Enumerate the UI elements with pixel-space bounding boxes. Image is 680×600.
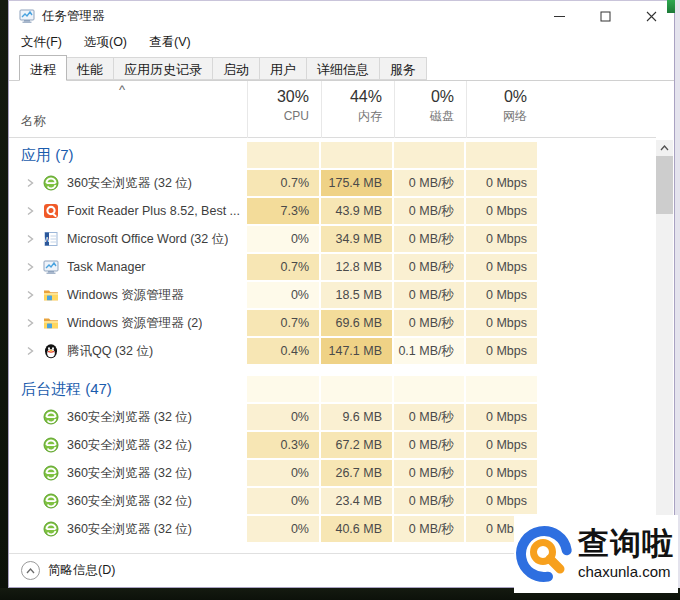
process-row[interactable]: WMicrosoft Office Word (32 位)0%34.9 MB0 …	[9, 225, 656, 253]
name-cell: 360安全浏览器 (32 位)	[9, 403, 245, 431]
menu-item-view[interactable]: 查看(V)	[149, 34, 191, 51]
process-row[interactable]: 360安全浏览器 (32 位)0%23.4 MB0 MB/秒0 Mbps	[9, 487, 656, 515]
group-label: 后台进程 (47)	[21, 380, 112, 399]
cpu-cell: 0.4%	[247, 338, 319, 364]
expand-chevron-icon[interactable]	[23, 344, 37, 358]
disk-cell: 0 MB/秒	[394, 198, 464, 224]
tab-processes[interactable]: 进程	[19, 55, 67, 81]
menu-item-options[interactable]: 选项(O)	[84, 34, 127, 51]
qq-icon	[43, 343, 59, 359]
mem-cell: 34.9 MB	[321, 226, 392, 252]
title-bar[interactable]: 任务管理器	[9, 1, 674, 31]
desktop-background-right	[675, 0, 680, 588]
group-header-row[interactable]: 后台进程 (47)	[9, 375, 656, 403]
minimize-button[interactable]	[536, 1, 582, 31]
tab-users[interactable]: 用户	[260, 57, 307, 80]
process-row[interactable]: Windows 资源管理器0%18.5 MB0 MB/秒0 Mbps	[9, 281, 656, 309]
net-cell: 0 Mbps	[466, 460, 537, 486]
name-cell: Windows 资源管理器 (2)	[9, 309, 245, 337]
name-cell: 360安全浏览器 (32 位)	[9, 169, 245, 197]
tab-app-history[interactable]: 应用历史记录	[114, 57, 213, 80]
process-row[interactable]: Foxit Reader Plus 8.52, Best ...7.3%43.9…	[9, 197, 656, 225]
disk-cell	[394, 376, 464, 402]
expand-chevron-icon[interactable]	[23, 316, 37, 330]
process-row[interactable]: Task Manager0.7%12.8 MB0 MB/秒0 Mbps	[9, 253, 656, 281]
tab-bar: 进程性能应用历史记录启动用户详细信息服务	[9, 53, 674, 81]
process-name: 360安全浏览器 (32 位)	[67, 437, 192, 454]
name-cell: 后台进程 (47)	[9, 375, 245, 403]
group-header-row[interactable]: 应用 (7)	[9, 141, 656, 169]
net-cell: 0 Mbps	[466, 170, 537, 196]
column-header-cpu[interactable]: 30%CPU	[247, 81, 319, 138]
disk-cell: 0 MB/秒	[394, 516, 464, 542]
process-row[interactable]: 360安全浏览器 (32 位)0.7%175.4 MB0 MB/秒0 Mbps	[9, 169, 656, 197]
column-header-disk[interactable]: 0%磁盘	[394, 81, 464, 138]
disk-cell: 0 MB/秒	[394, 254, 464, 280]
browser360-icon	[43, 175, 59, 191]
name-cell: 360安全浏览器 (32 位)	[9, 431, 245, 459]
mem-cell: 175.4 MB	[321, 170, 392, 196]
process-name: Task Manager	[67, 260, 146, 274]
name-cell: Task Manager	[9, 253, 245, 281]
cpu-cell: 0%	[247, 226, 319, 252]
cpu-cell: 0.7%	[247, 170, 319, 196]
process-name: 360安全浏览器 (32 位)	[67, 409, 192, 426]
mem-cell: 23.4 MB	[321, 488, 392, 514]
cpu-total-percent: 30%	[248, 86, 309, 108]
taskmgr-icon	[43, 259, 59, 275]
process-name: Windows 资源管理器	[67, 287, 184, 304]
process-row[interactable]: 360安全浏览器 (32 位)0%26.7 MB0 MB/秒0 Mbps	[9, 459, 656, 487]
tab-services[interactable]: 服务	[380, 57, 427, 80]
fewer-details-label[interactable]: 简略信息(D)	[48, 562, 115, 579]
net-cell: 0 Mbps	[466, 198, 537, 224]
maximize-button[interactable]	[582, 1, 628, 31]
expand-chevron-icon[interactable]	[23, 260, 37, 274]
network-column-label: 网络	[467, 108, 527, 124]
process-row[interactable]: 360安全浏览器 (32 位)0.3%67.2 MB0 MB/秒0 Mbps	[9, 431, 656, 459]
tab-performance[interactable]: 性能	[67, 57, 114, 80]
watermark-domain: chaxunla.com	[578, 562, 674, 582]
disk-column-label: 磁盘	[395, 108, 454, 124]
net-cell: 0 Mbps	[466, 310, 537, 336]
browser360-icon	[43, 493, 59, 509]
menu-item-file[interactable]: 文件(F)	[21, 34, 62, 51]
task-manager-icon	[19, 8, 35, 24]
disk-total-percent: 0%	[395, 86, 454, 108]
expand-chevron-icon[interactable]	[23, 232, 37, 246]
mem-cell: 147.1 MB	[321, 338, 392, 364]
process-name: 360安全浏览器 (32 位)	[67, 521, 192, 538]
expand-chevron-icon[interactable]	[23, 288, 37, 302]
net-cell: 0 Mbps	[466, 432, 537, 458]
browser360-icon	[43, 521, 59, 537]
expand-chevron-icon[interactable]	[23, 204, 37, 218]
browser360-icon	[43, 409, 59, 425]
memory-column-label: 内存	[322, 108, 382, 124]
desktop-background-left	[0, 0, 8, 600]
disk-cell: 0 MB/秒	[394, 460, 464, 486]
cpu-cell	[247, 142, 319, 168]
net-cell: 0 Mbps	[466, 254, 537, 280]
watermark: 查询啦 chaxunla.com	[514, 515, 678, 593]
column-header-network[interactable]: 0%网络	[466, 81, 537, 138]
scrollbar-up-arrow-icon[interactable]	[656, 140, 673, 155]
mem-cell: 43.9 MB	[321, 198, 392, 224]
name-cell: Foxit Reader Plus 8.52, Best ...	[9, 197, 245, 225]
tab-details[interactable]: 详细信息	[307, 57, 380, 80]
tab-startup[interactable]: 启动	[213, 57, 260, 80]
memory-total-percent: 44%	[322, 86, 382, 108]
fewer-details-toggle-icon[interactable]	[21, 561, 40, 580]
network-total-percent: 0%	[467, 86, 527, 108]
expand-chevron-icon[interactable]	[23, 176, 37, 190]
column-header-memory[interactable]: 44%内存	[321, 81, 392, 138]
scrollbar-thumb[interactable]	[656, 156, 673, 214]
process-row[interactable]: 腾讯QQ (32 位)0.4%147.1 MB0.1 MB/秒0 Mbps	[9, 337, 656, 365]
process-row[interactable]: Windows 资源管理器 (2)0.7%69.6 MB0 MB/秒0 Mbps	[9, 309, 656, 337]
cpu-cell: 7.3%	[247, 198, 319, 224]
foxit-icon	[43, 203, 59, 219]
process-name: Foxit Reader Plus 8.52, Best ...	[67, 204, 240, 218]
group-label: 应用 (7)	[21, 146, 74, 165]
disk-cell: 0 MB/秒	[394, 404, 464, 430]
process-row[interactable]: 360安全浏览器 (32 位)0%9.6 MB0 MB/秒0 Mbps	[9, 403, 656, 431]
vertical-scrollbar[interactable]	[656, 140, 673, 554]
net-cell: 0 Mbps	[466, 226, 537, 252]
